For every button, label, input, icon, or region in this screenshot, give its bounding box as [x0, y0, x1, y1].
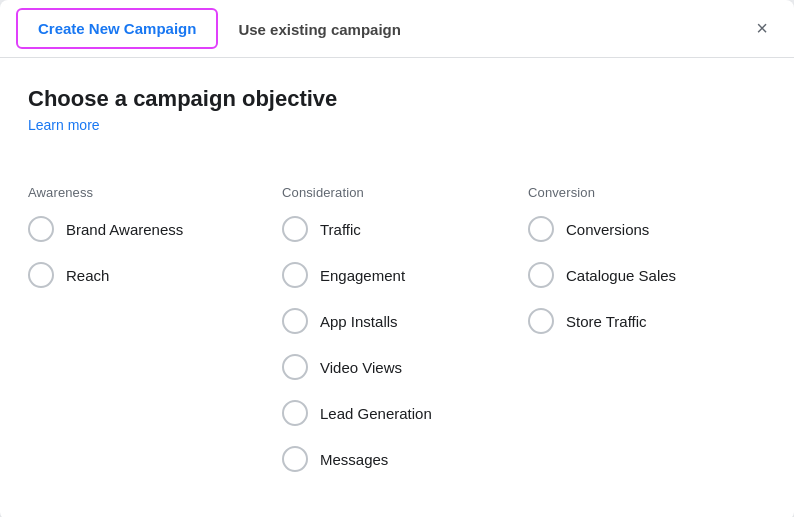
- list-item[interactable]: Messages: [282, 446, 512, 472]
- radio-lead-generation[interactable]: [282, 400, 308, 426]
- list-item[interactable]: Catalogue Sales: [528, 262, 758, 288]
- objective-label-app-installs: App Installs: [320, 313, 398, 330]
- column-awareness: Awareness Brand Awareness Reach: [28, 185, 274, 492]
- radio-traffic[interactable]: [282, 216, 308, 242]
- radio-catalogue-sales[interactable]: [528, 262, 554, 288]
- tab-create-campaign[interactable]: Create New Campaign: [16, 8, 218, 49]
- objective-label-conversions: Conversions: [566, 221, 649, 238]
- list-item[interactable]: Reach: [28, 262, 266, 288]
- list-item[interactable]: Video Views: [282, 354, 512, 380]
- radio-engagement[interactable]: [282, 262, 308, 288]
- radio-messages[interactable]: [282, 446, 308, 472]
- close-button[interactable]: ×: [746, 13, 778, 45]
- list-item[interactable]: Engagement: [282, 262, 512, 288]
- column-header-awareness: Awareness: [28, 185, 266, 200]
- objective-label-engagement: Engagement: [320, 267, 405, 284]
- radio-conversions[interactable]: [528, 216, 554, 242]
- objective-label-reach: Reach: [66, 267, 109, 284]
- column-consideration: Consideration Traffic Engagement App Ins…: [274, 185, 520, 492]
- radio-store-traffic[interactable]: [528, 308, 554, 334]
- objective-label-brand-awareness: Brand Awareness: [66, 221, 183, 238]
- radio-reach[interactable]: [28, 262, 54, 288]
- list-item[interactable]: Conversions: [528, 216, 758, 242]
- tab-existing-campaign[interactable]: Use existing campaign: [218, 5, 421, 54]
- campaign-modal: Create New Campaign Use existing campaig…: [0, 0, 794, 517]
- radio-app-installs[interactable]: [282, 308, 308, 334]
- objective-label-store-traffic: Store Traffic: [566, 313, 647, 330]
- objective-label-lead-generation: Lead Generation: [320, 405, 432, 422]
- column-header-conversion: Conversion: [528, 185, 758, 200]
- modal-content: Choose a campaign objective Learn more A…: [0, 58, 794, 517]
- column-conversion: Conversion Conversions Catalogue Sales S…: [520, 185, 766, 492]
- radio-brand-awareness[interactable]: [28, 216, 54, 242]
- list-item[interactable]: Lead Generation: [282, 400, 512, 426]
- objective-label-video-views: Video Views: [320, 359, 402, 376]
- objective-label-catalogue-sales: Catalogue Sales: [566, 267, 676, 284]
- objective-label-traffic: Traffic: [320, 221, 361, 238]
- learn-more-link[interactable]: Learn more: [28, 117, 100, 133]
- page-title: Choose a campaign objective: [28, 86, 766, 112]
- objectives-grid: Awareness Brand Awareness Reach Consider…: [28, 185, 766, 492]
- column-header-consideration: Consideration: [282, 185, 512, 200]
- tab-bar: Create New Campaign Use existing campaig…: [0, 0, 794, 58]
- list-item[interactable]: Store Traffic: [528, 308, 758, 334]
- list-item[interactable]: Brand Awareness: [28, 216, 266, 242]
- objective-label-messages: Messages: [320, 451, 388, 468]
- list-item[interactable]: Traffic: [282, 216, 512, 242]
- radio-video-views[interactable]: [282, 354, 308, 380]
- list-item[interactable]: App Installs: [282, 308, 512, 334]
